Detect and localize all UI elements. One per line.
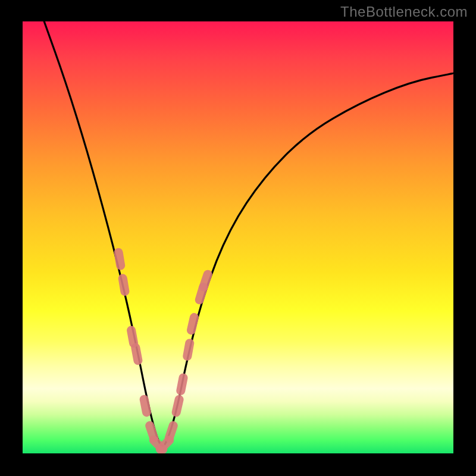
plot-area [23, 21, 453, 453]
curve-marker [144, 399, 146, 412]
curve-marker [123, 278, 125, 292]
curve-marker [187, 343, 190, 356]
curve-marker [192, 318, 195, 330]
curve-marker [203, 274, 208, 287]
chart-frame: TheBottleneck.com [0, 0, 476, 476]
curve-marker [181, 378, 183, 391]
chart-svg [23, 21, 453, 453]
marker-layer [118, 252, 208, 449]
watermark-text: TheBottleneck.com [340, 4, 468, 20]
curve-marker [131, 330, 134, 343]
curve-marker [169, 425, 173, 438]
curve-marker [176, 399, 179, 412]
curve-marker [136, 347, 138, 361]
curve-marker [118, 252, 121, 265]
curve-layer [44, 21, 453, 446]
bottleneck-curve [44, 21, 453, 446]
